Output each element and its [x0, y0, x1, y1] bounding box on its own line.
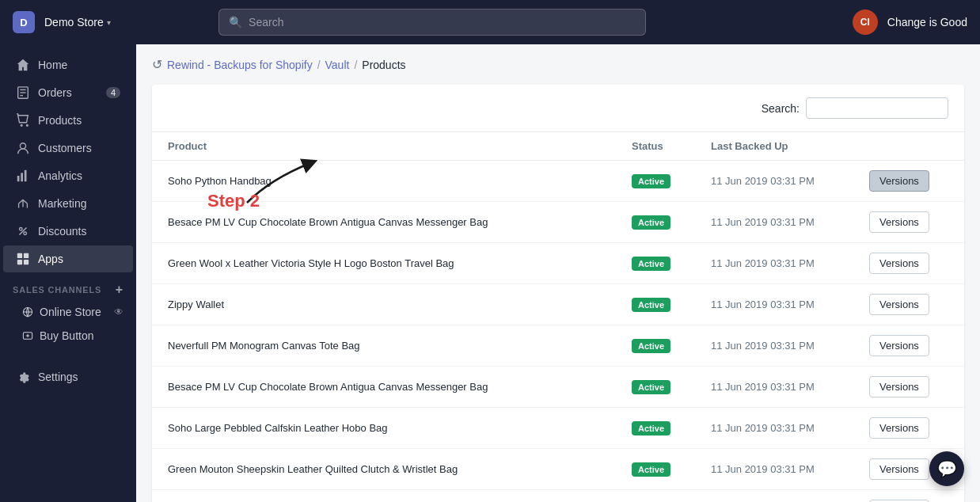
sidebar-item-label-customers: Customers: [38, 142, 92, 154]
discounts-icon: [16, 224, 30, 238]
date-cell: 11 Jun 2019 03:31 PM: [711, 299, 869, 310]
store-logo: D: [13, 11, 35, 33]
col-actions: [869, 140, 948, 152]
versions-cell: Versions: [869, 417, 948, 439]
products-card: Search: Product Status Last Backed Up So…: [152, 85, 964, 502]
sidebar-item-orders[interactable]: Orders 4: [3, 79, 133, 106]
status-badge: Active: [632, 298, 670, 312]
content-area: Step 2 ↺ Rewind - Backups for Shopify / …: [136, 44, 980, 502]
sidebar-item-label-discounts: Discounts: [38, 225, 86, 238]
sidebar-item-online-store[interactable]: Online Store 👁: [0, 300, 136, 324]
sidebar-item-settings[interactable]: Settings: [3, 363, 133, 390]
top-nav: D Demo Store ▾ 🔍 CI Change is Good: [0, 0, 980, 44]
status-badge: Active: [632, 380, 670, 394]
versions-cell: Versions: [869, 170, 948, 192]
status-badge: Active: [632, 462, 670, 477]
table-row: Green Wool x Leather Victoria Style H Lo…: [152, 243, 964, 284]
store-name-button[interactable]: Demo Store ▾: [44, 16, 111, 29]
chat-bubble[interactable]: 💬: [929, 451, 964, 486]
sidebar-item-label-analytics: Analytics: [38, 169, 82, 182]
versions-button[interactable]: Versions: [869, 211, 929, 233]
col-status: Status: [632, 140, 711, 152]
sidebar-item-label-products: Products: [38, 114, 82, 127]
status-cell: Active: [632, 380, 711, 394]
breadcrumb-rewind[interactable]: Rewind - Backups for Shopify: [167, 59, 313, 71]
table-header: Product Status Last Backed Up: [152, 132, 964, 161]
sidebar-item-apps[interactable]: Apps: [3, 245, 133, 272]
table-search-input[interactable]: [806, 97, 948, 119]
date-cell: 11 Jun 2019 03:31 PM: [711, 175, 869, 187]
sidebar-item-customers[interactable]: Customers: [3, 135, 133, 162]
sales-channels-section: SALES CHANNELS +: [0, 273, 136, 300]
status-badge: Active: [632, 215, 670, 230]
versions-button[interactable]: Versions: [869, 335, 929, 356]
sidebar-sub-item-label-online-store: Online Store: [40, 306, 101, 318]
col-product: Product: [168, 140, 632, 152]
sidebar-item-buy-button[interactable]: Buy Button: [0, 324, 136, 348]
versions-cell: Versions: [869, 211, 948, 233]
versions-cell: Versions: [869, 376, 948, 397]
product-name: Green Mouton Sheepskin Leather Quilted C…: [168, 463, 632, 475]
sidebar-item-products[interactable]: Products: [3, 107, 133, 134]
sidebar: Home Orders 4 Products Customers Analyti…: [0, 44, 136, 502]
versions-button[interactable]: Versions: [869, 376, 929, 397]
sidebar-item-label-orders: Orders: [38, 86, 72, 99]
table-row: Soho Large Pebbled Calfskin Leather Hobo…: [152, 408, 964, 449]
product-name: Besace PM LV Cup Chocolate Brown Antigua…: [168, 381, 632, 393]
avatar: CI: [853, 10, 878, 35]
global-search-bar[interactable]: 🔍: [218, 9, 646, 36]
eye-icon[interactable]: 👁: [114, 306, 123, 318]
sidebar-item-marketing[interactable]: Marketing: [3, 190, 133, 217]
svg-line-10: [20, 228, 27, 235]
breadcrumb-sep2: /: [354, 59, 357, 71]
home-icon: [16, 58, 30, 72]
products-icon: [16, 113, 30, 127]
buy-button-icon: [22, 330, 33, 341]
versions-button[interactable]: Versions: [869, 458, 929, 480]
date-cell: 11 Jun 2019 03:31 PM: [711, 422, 869, 434]
product-name: Neverfull PM Monogram Canvas Tote Bag: [168, 340, 632, 352]
versions-button[interactable]: Versions: [869, 170, 929, 192]
versions-cell: Versions: [869, 335, 948, 356]
sidebar-item-label-apps: Apps: [38, 253, 63, 265]
breadcrumb-current: Products: [362, 59, 405, 71]
marketing-icon: [16, 196, 30, 211]
svg-rect-12: [24, 253, 28, 258]
status-cell: Active: [632, 462, 711, 477]
date-cell: 11 Jun 2019 03:31 PM: [711, 216, 869, 228]
nav-right: CI Change is Good: [853, 10, 967, 35]
versions-button[interactable]: Versions: [869, 417, 929, 439]
product-name: Soho Large Pebbled Calfskin Leather Hobo…: [168, 422, 632, 434]
sidebar-item-home[interactable]: Home: [3, 51, 133, 78]
search-input[interactable]: [249, 16, 636, 29]
add-sales-channel-icon[interactable]: +: [116, 283, 123, 297]
status-cell: Active: [632, 174, 711, 188]
svg-point-8: [20, 228, 23, 231]
status-cell: Active: [632, 339, 711, 353]
sidebar-item-analytics[interactable]: Analytics: [3, 162, 133, 189]
product-name: Besace PM LV Cup Chocolate Brown Antigua…: [168, 216, 632, 228]
status-badge: Active: [632, 339, 670, 353]
svg-rect-13: [17, 260, 22, 264]
versions-button[interactable]: Versions: [869, 253, 929, 274]
analytics-icon: [16, 169, 30, 183]
product-name: Green Wool x Leather Victoria Style H Lo…: [168, 257, 632, 269]
status-cell: Active: [632, 215, 711, 230]
orders-icon: [16, 86, 30, 100]
date-cell: 11 Jun 2019 03:31 PM: [711, 257, 869, 269]
sidebar-item-label-marketing: Marketing: [38, 197, 86, 210]
date-cell: 11 Jun 2019 03:31 PM: [711, 463, 869, 475]
product-name: Soho Python Handbag: [168, 175, 632, 187]
sidebar-item-discounts[interactable]: Discounts: [3, 218, 133, 245]
col-last-backed-up: Last Backed Up: [711, 140, 869, 152]
table-row: Besace PM LV Cup Chocolate Brown Antigua…: [152, 367, 964, 408]
svg-rect-14: [24, 260, 28, 264]
search-icon: 🔍: [229, 16, 242, 29]
sidebar-item-label-home: Home: [38, 59, 67, 71]
product-name: Zippy Wallet: [168, 299, 632, 310]
table-row: Zippy Wallet Active 11 Jun 2019 03:31 PM…: [152, 284, 964, 325]
versions-button[interactable]: Versions: [869, 294, 929, 315]
svg-point-9: [24, 232, 27, 235]
search-label: Search:: [762, 102, 800, 115]
breadcrumb-vault[interactable]: Vault: [325, 59, 350, 71]
